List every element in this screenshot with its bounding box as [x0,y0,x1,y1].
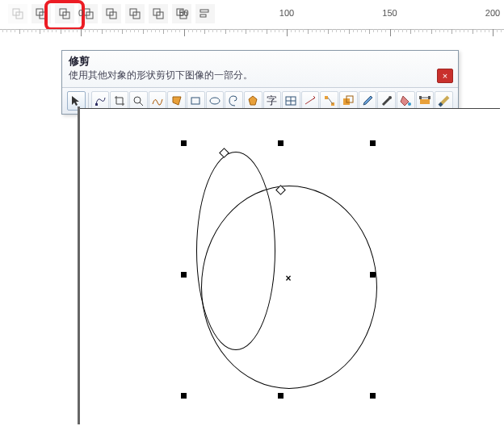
ruler-label: 100 [279,8,294,18]
tooltip-description: 使用其他对象的形状剪切下图像的一部分。 [62,69,458,87]
svg-line-20 [140,102,143,106]
ruler-label: 200 [485,8,500,18]
selection-handle[interactable] [370,272,376,278]
svg-rect-34 [420,99,430,104]
svg-rect-36 [419,96,422,99]
svg-rect-37 [428,96,430,99]
svg-rect-18 [95,103,98,106]
svg-point-32 [388,96,392,99]
close-button[interactable]: × [437,69,453,83]
selection-handle[interactable] [181,140,187,146]
ruler-label: 0 [78,8,83,18]
tooltip-panel: 修剪 使用其他对象的形状剪切下图像的一部分。 × 字 [61,50,459,115]
tooltip-title: 修剪 [69,55,90,67]
selection-handle[interactable] [370,393,376,399]
weld-icon [8,4,27,23]
svg-point-33 [408,102,411,106]
trim-front-icon[interactable] [32,4,51,23]
ruler-label: 150 [382,8,397,18]
ellipse-object[interactable] [201,186,377,389]
simplify-icon[interactable] [102,4,121,23]
selection-handle[interactable] [370,140,376,146]
horizontal-ruler: 050100150200 [0,29,504,48]
selection-handle[interactable] [181,272,187,278]
back-minus-front-icon[interactable] [149,4,168,23]
svg-rect-21 [191,98,200,104]
svg-rect-16 [200,10,208,12]
selection-center-icon: × [285,273,291,284]
selection-handle[interactable] [278,393,284,399]
selection-handle[interactable] [278,140,284,146]
align-icon[interactable] [195,4,215,23]
ruler-label: 50 [178,8,188,18]
svg-point-19 [134,97,141,103]
svg-point-22 [210,98,220,104]
selection-handle[interactable] [181,393,187,399]
svg-rect-27 [325,96,328,99]
tooltip-header: 修剪 [62,51,458,69]
svg-rect-17 [200,15,206,17]
svg-line-29 [328,98,333,104]
front-minus-back-icon[interactable] [125,4,145,23]
drawing-canvas[interactable]: × [79,108,500,424]
trim-icon[interactable] [55,4,74,23]
